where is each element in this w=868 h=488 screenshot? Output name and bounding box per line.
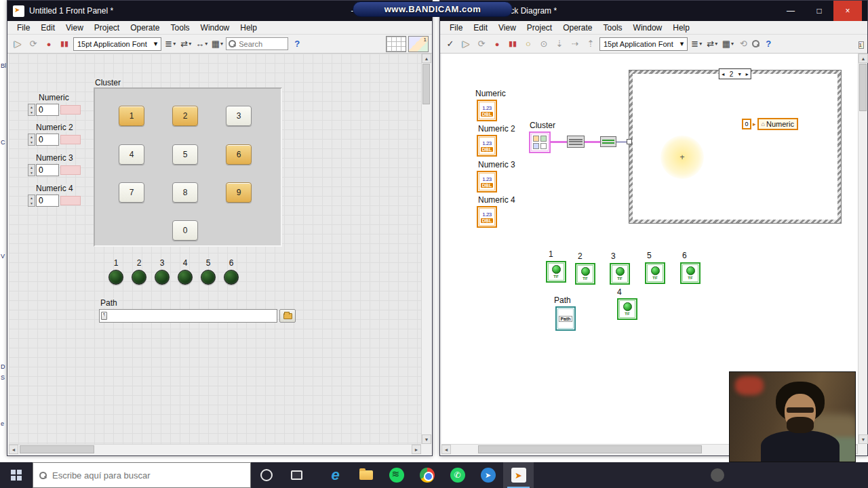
numeric2-spinner[interactable]: ▲▼ (28, 134, 35, 146)
taskbar-search-input[interactable] (52, 470, 244, 481)
keypad-button-9[interactable]: 9 (226, 182, 252, 203)
spinner-up-icon[interactable]: ▲ (28, 104, 35, 110)
numeric3-label[interactable]: Numeric 3 (35, 153, 75, 163)
boolean5-terminal[interactable]: TF (645, 262, 665, 284)
scroll-thumb[interactable] (478, 445, 702, 453)
step-over-icon[interactable]: ⇢ (568, 37, 582, 51)
numeric4-terminal[interactable]: 1.23DBL (477, 206, 497, 228)
abort-button-icon[interactable]: ● (490, 37, 504, 51)
menu-file[interactable]: File (12, 22, 35, 33)
numeric2-value[interactable]: 0 (36, 134, 59, 146)
browse-button[interactable] (279, 309, 296, 323)
menu-project[interactable]: Project (89, 22, 125, 33)
vi-icon[interactable]: 1 (859, 41, 864, 49)
scroll-thumb[interactable] (422, 64, 430, 104)
taskbar-edge[interactable]: e (320, 462, 351, 488)
scroll-up-icon[interactable]: ▲ (422, 54, 431, 63)
unbundle-node[interactable] (567, 136, 585, 148)
front-panel-vscrollbar[interactable]: ▲ ▼ (421, 54, 431, 444)
numeric2-terminal-label[interactable]: Numeric 2 (478, 124, 515, 134)
taskbar-search[interactable] (33, 462, 251, 488)
vi-icon[interactable]: 1 (408, 36, 429, 52)
path-terminal[interactable]: Path (555, 306, 576, 331)
scroll-left-icon[interactable]: ◄ (441, 445, 451, 454)
font-selector[interactable]: 15pt Application Font ▾ (599, 37, 688, 51)
menu-edit[interactable]: Edit (468, 22, 493, 33)
led-indicator-6[interactable]: 6 (222, 258, 240, 285)
step-out-icon[interactable]: ⇡ (584, 37, 597, 51)
boolean2-label[interactable]: 2 (578, 251, 583, 261)
numeric3-spinner[interactable]: ▲▼ (28, 164, 35, 176)
keypad-button-2[interactable]: 2 (172, 106, 198, 126)
retain-wire-values-icon[interactable]: ⊙ (537, 37, 551, 51)
close-button[interactable]: × (833, 1, 862, 21)
numeric-spinner[interactable]: ▲ ▼ (28, 104, 35, 116)
numeric-value[interactable]: 0 (36, 104, 59, 116)
boolean1-terminal[interactable]: TF (546, 261, 566, 283)
case-prev-icon[interactable]: ◄ (721, 72, 726, 77)
led-indicator-2[interactable]: 2 (130, 258, 148, 285)
case-dropdown-icon[interactable]: ▼ (737, 72, 742, 77)
menu-view[interactable]: View (493, 22, 521, 33)
front-panel-hscrollbar[interactable]: ◄ ► (9, 444, 421, 454)
distribute-objects-dropdown[interactable]: ⇄▾ (705, 37, 719, 51)
boolean2-terminal[interactable]: TF (575, 263, 595, 285)
menu-tools[interactable]: Tools (598, 22, 628, 33)
pause-button-icon[interactable]: ▮▮ (506, 37, 519, 51)
menu-project[interactable]: Project (521, 22, 557, 33)
menu-help[interactable]: Help (667, 22, 695, 33)
cluster-label[interactable]: Cluster (94, 78, 122, 87)
boolean6-label[interactable]: 6 (682, 251, 687, 260)
menu-operate[interactable]: Operate (125, 22, 165, 33)
keypad-button-7[interactable]: 7 (119, 182, 144, 203)
taskbar-cortana[interactable] (251, 462, 281, 488)
cluster-terminal[interactable] (529, 131, 551, 153)
connector-pane-icon[interactable] (386, 36, 406, 52)
align-objects-dropdown[interactable]: ≣▾ (163, 37, 177, 51)
numeric2-label[interactable]: Numeric 2 (35, 123, 75, 132)
menu-help[interactable]: Help (235, 22, 262, 33)
index-array-node[interactable] (600, 136, 616, 147)
led-indicator-3[interactable]: 3 (153, 258, 171, 285)
spinner-down-icon[interactable]: ▼ (28, 110, 35, 115)
boolean1-label[interactable]: 1 (549, 249, 553, 259)
boolean4-label[interactable]: 4 (617, 287, 622, 297)
keypad-button-0[interactable]: 0 (172, 220, 198, 241)
block-diagram-vscrollbar[interactable]: ▲ ▼ (858, 54, 867, 444)
keypad-button-4[interactable]: 4 (119, 144, 144, 165)
led-indicator-5[interactable]: 5 (199, 258, 217, 285)
taskbar-messenger[interactable]: ➤ (473, 462, 503, 488)
taskbar-whatsapp[interactable]: ✆ (442, 462, 473, 488)
menu-edit[interactable]: Edit (35, 22, 60, 33)
abort-button-icon[interactable]: ● (42, 37, 56, 51)
resize-objects-dropdown[interactable]: ↔▾ (195, 37, 208, 51)
boolean5-label[interactable]: 5 (647, 251, 652, 260)
numeric2-terminal[interactable]: 1.23DBL (477, 135, 497, 157)
scroll-thumb[interactable] (859, 64, 867, 111)
help-button[interactable]: ? (290, 37, 304, 51)
front-panel-workspace[interactable]: Numeric ▲ ▼ 0 Numeric 2 ▲▼ 0 Numeric 3 ▲… (9, 54, 421, 444)
run-button-icon[interactable]: ▶ (459, 37, 473, 51)
taskbar-labview[interactable]: ➤ (503, 462, 534, 488)
apply-changes-icon[interactable]: ✓ (443, 37, 457, 51)
taskbar-task-view[interactable] (281, 462, 312, 488)
pause-button-icon[interactable]: ▮▮ (58, 37, 71, 51)
boolean3-label[interactable]: 3 (611, 251, 616, 261)
taskbar-tray-app[interactable] (702, 462, 732, 488)
boolean6-terminal[interactable]: TF (680, 262, 701, 284)
scroll-right-icon[interactable]: ► (412, 445, 421, 454)
minimize-button[interactable]: — (776, 1, 805, 21)
case-selector[interactable]: ◄ 2 ▼ ► (719, 68, 751, 79)
numeric4-terminal-label[interactable]: Numeric 4 (478, 195, 515, 205)
keypad-button-8[interactable]: 8 (172, 182, 198, 203)
scroll-thumb[interactable] (20, 445, 94, 453)
numeric3-value[interactable]: 0 (36, 164, 59, 176)
search-input[interactable] (239, 40, 282, 48)
keypad-button-3[interactable]: 3 (226, 106, 252, 126)
menu-window[interactable]: Window (628, 22, 668, 33)
menu-view[interactable]: View (60, 22, 89, 33)
scroll-up-icon[interactable]: ▲ (859, 54, 868, 63)
keypad-button-5[interactable]: 5 (172, 144, 198, 165)
reorder-dropdown[interactable]: ▦▾ (210, 37, 224, 51)
maximize-button[interactable]: □ (805, 1, 833, 21)
